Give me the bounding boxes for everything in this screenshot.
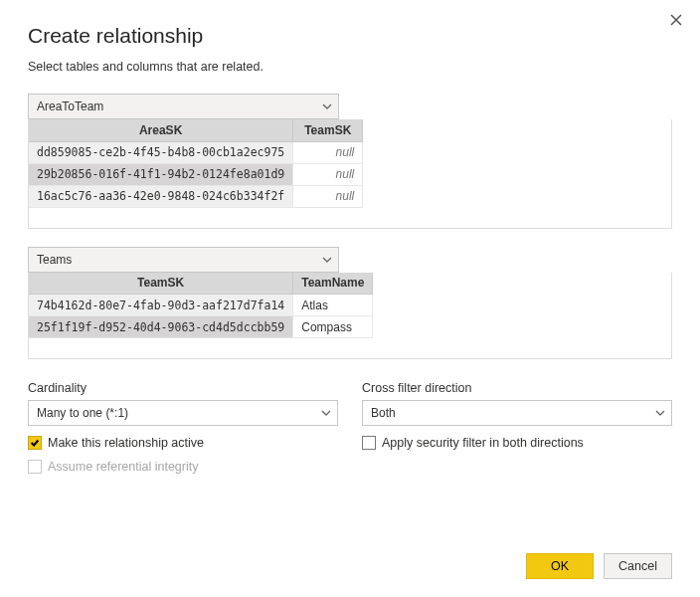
cardinality-value: Many to one (*:1) (37, 406, 128, 420)
close-button[interactable] (666, 10, 686, 30)
cancel-button[interactable]: Cancel (604, 553, 672, 579)
make-active-label: Make this relationship active (48, 436, 204, 450)
dialog-subtitle: Select tables and columns that are relat… (28, 60, 672, 74)
cardinality-select[interactable]: Many to one (*:1) (28, 400, 338, 426)
chevron-down-icon (321, 408, 331, 418)
crossfilter-select[interactable]: Both (362, 400, 672, 426)
table1-col-areask[interactable]: AreaSK (29, 119, 293, 141)
table1-header-row: AreaSK TeamSK (29, 119, 363, 141)
table2-col-teamsk[interactable]: TeamSK (29, 273, 293, 295)
table1-select-value: AreaToTeam (37, 100, 103, 113)
table2-col-teamname[interactable]: TeamName (293, 273, 373, 295)
dialog-footer: OK Cancel (526, 553, 672, 579)
chevron-down-icon (322, 101, 332, 111)
crossfilter-value: Both (371, 406, 396, 420)
table-row: 25f1f19f-d952-40d4-9063-cd4d5dccbb59 Com… (29, 316, 373, 338)
table2-preview: TeamSK TeamName 74b4162d-80e7-4fab-90d3-… (28, 273, 672, 360)
cardinality-label: Cardinality (28, 381, 338, 395)
referential-integrity-checkbox-row: Assume referential integrity (28, 460, 338, 474)
table1-preview: AreaSK TeamSK dd859085-ce2b-4f45-b4b8-00… (28, 119, 672, 229)
chevron-down-icon (322, 255, 332, 265)
ok-button[interactable]: OK (526, 553, 594, 579)
table2-select-value: Teams (37, 253, 72, 267)
table-row: 16ac5c76-aa36-42e0-9848-024c6b334f2f nul… (29, 185, 363, 207)
table1-col-teamsk[interactable]: TeamSK (293, 119, 363, 141)
checkbox-unchecked-icon (362, 436, 376, 450)
checkbox-checked-icon (28, 436, 42, 450)
checkbox-unchecked-icon (28, 460, 42, 474)
create-relationship-dialog: Create relationship Select tables and co… (0, 0, 700, 597)
crossfilter-label: Cross filter direction (362, 381, 672, 395)
security-filter-label: Apply security filter in both directions (382, 436, 584, 450)
table2-header-row: TeamSK TeamName (29, 273, 373, 295)
chevron-down-icon (655, 408, 665, 418)
dialog-title: Create relationship (28, 24, 672, 48)
table-row: 74b4162d-80e7-4fab-90d3-aaf217d7fa14 Atl… (29, 295, 373, 316)
make-active-checkbox-row[interactable]: Make this relationship active (28, 436, 338, 450)
table2-select[interactable]: Teams (28, 247, 339, 273)
table-row: dd859085-ce2b-4f45-b4b8-00cb1a2ec975 nul… (29, 141, 363, 163)
table1-select[interactable]: AreaToTeam (28, 94, 339, 119)
referential-integrity-label: Assume referential integrity (48, 460, 198, 474)
table-row: 29b20856-016f-41f1-94b2-0124fe8a01d9 nul… (29, 163, 363, 185)
close-icon (670, 14, 682, 26)
security-filter-checkbox-row[interactable]: Apply security filter in both directions (362, 436, 672, 450)
